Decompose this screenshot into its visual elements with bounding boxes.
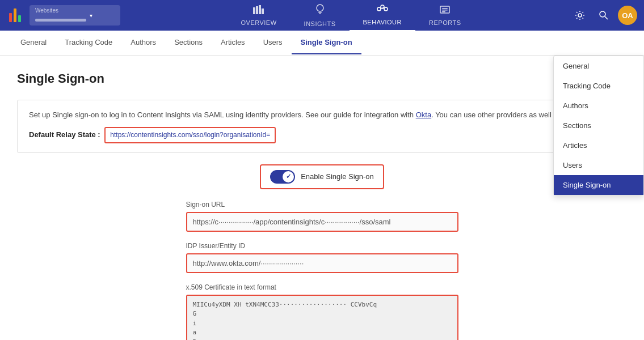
description-text-after: . You can use other providers as well (431, 110, 552, 119)
tab-single-sign-on[interactable]: Single Sign-on (292, 31, 361, 54)
main-content: Single Sign-on Save Set up Single sign-o… (0, 56, 644, 340)
nav-label-insights: INSIGHTS (304, 20, 336, 27)
nav-label-reports: REPORTS (429, 19, 461, 26)
sign-on-url-input[interactable] (186, 212, 458, 232)
top-navigation: Websites ▾ OVERVIEW (0, 0, 644, 31)
tab-users[interactable]: Users (254, 31, 292, 54)
svg-rect-7 (319, 13, 321, 14)
dropdown-item-single-sign-on[interactable]: Single Sign-on (554, 175, 643, 195)
sub-navigation: General Tracking Code Authors Sections A… (0, 31, 644, 56)
sso-form: Sign-on URL IDP Issuer/Entity ID x.509 C… (17, 201, 627, 340)
user-avatar[interactable]: OA (618, 6, 637, 25)
svg-rect-15 (442, 11, 445, 12)
idp-issuer-input[interactable] (186, 253, 458, 273)
logo (5, 5, 25, 26)
nav-item-overview[interactable]: OVERVIEW (227, 1, 290, 31)
nav-label-behaviour: BEHAVIOUR (363, 19, 402, 26)
svg-point-8 (377, 7, 381, 11)
idp-issuer-group: IDP Issuer/Entity ID (186, 242, 458, 273)
svg-rect-4 (262, 8, 264, 14)
svg-point-16 (578, 14, 582, 17)
svg-rect-6 (318, 12, 322, 13)
nav-right: OA (570, 6, 644, 25)
nav-items: OVERVIEW INSIGHTS BEHAVIOUR (132, 0, 570, 32)
description-box: Set up Single sign-on to log in to Conte… (17, 100, 627, 153)
page-header: Single Sign-on Save (17, 69, 627, 88)
nav-item-reports[interactable]: REPORTS (415, 1, 474, 31)
svg-rect-1 (253, 7, 255, 14)
certificate-group: x.509 Certificate in text format MIICu4y… (186, 283, 458, 340)
website-selector-label: Websites (35, 7, 86, 14)
toggle-wrapper: ✓ Enable Single Sign-on (260, 164, 384, 189)
relay-label: Default Relay State : (29, 130, 100, 139)
website-selector[interactable]: Websites ▾ (30, 5, 120, 26)
page-title: Single Sign-on (17, 71, 104, 86)
idp-issuer-label: IDP Issuer/Entity ID (186, 242, 458, 250)
svg-point-5 (317, 5, 323, 11)
tab-sections[interactable]: Sections (165, 31, 212, 54)
svg-rect-2 (256, 6, 258, 14)
sign-on-url-label: Sign-on URL (186, 201, 458, 209)
dropdown-menu: General Tracking Code Authors Sections A… (553, 56, 644, 196)
relay-url: https://contentinsights.com/sso/login?or… (104, 127, 276, 143)
dropdown-item-sections[interactable]: Sections (554, 116, 643, 135)
svg-line-18 (605, 16, 608, 19)
dropdown-item-authors[interactable]: Authors (554, 96, 643, 116)
svg-point-10 (384, 7, 388, 11)
sign-on-url-group: Sign-on URL (186, 201, 458, 232)
certificate-textarea[interactable]: MIICu4yXDM XH tXN4MCC33·················… (186, 295, 458, 340)
insights-icon (315, 4, 325, 18)
settings-icon[interactable] (570, 6, 590, 25)
search-icon[interactable] (594, 6, 613, 25)
okta-link[interactable]: Okta (416, 110, 431, 119)
nav-item-insights[interactable]: INSIGHTS (291, 0, 350, 32)
tab-authors[interactable]: Authors (121, 31, 165, 54)
svg-rect-0 (35, 19, 86, 22)
default-relay-state: Default Relay State : https://contentins… (29, 127, 615, 143)
dropdown-item-tracking-code[interactable]: Tracking Code (554, 76, 643, 96)
enable-sso-toggle[interactable]: ✓ (270, 170, 295, 184)
dropdown-item-articles[interactable]: Articles (554, 135, 643, 155)
behaviour-icon (377, 5, 388, 16)
toggle-section: ✓ Enable Single Sign-on (17, 164, 627, 189)
tab-tracking-code[interactable]: Tracking Code (56, 31, 121, 54)
nav-item-behaviour[interactable]: BEHAVIOUR (350, 0, 415, 31)
tab-articles[interactable]: Articles (212, 31, 254, 54)
reports-icon (439, 5, 451, 17)
chevron-down-icon: ▾ (90, 12, 92, 19)
website-selector-name (35, 15, 86, 23)
description-text: Set up Single sign-on to log in to Conte… (29, 110, 416, 119)
certificate-label: x.509 Certificate in text format (186, 283, 458, 291)
svg-rect-14 (442, 10, 448, 11)
overview-icon (253, 5, 264, 17)
svg-rect-13 (442, 8, 448, 9)
checkmark-icon: ✓ (286, 173, 291, 180)
svg-rect-3 (259, 5, 261, 14)
toggle-thumb: ✓ (283, 171, 294, 182)
dropdown-item-users[interactable]: Users (554, 155, 643, 175)
tab-general[interactable]: General (11, 31, 56, 54)
nav-label-overview: OVERVIEW (241, 19, 276, 26)
toggle-label: Enable Single Sign-on (301, 172, 374, 181)
svg-point-17 (600, 11, 605, 17)
dropdown-item-general[interactable]: General (554, 56, 643, 76)
